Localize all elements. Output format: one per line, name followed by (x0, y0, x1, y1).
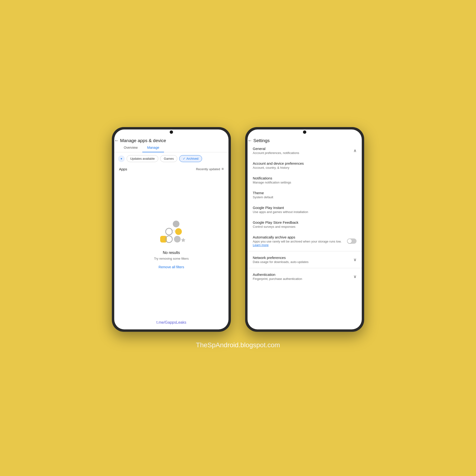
no-results-title: No results (163, 251, 180, 255)
svg-text:♡: ♡ (171, 229, 175, 235)
account-title: Account and device preferences (253, 161, 357, 165)
settings-item-notifications[interactable]: Notifications Manage notification settin… (248, 173, 362, 187)
general-title: General (253, 147, 357, 151)
right-phone-header: ← Settings (248, 138, 362, 143)
svg-point-0 (173, 221, 179, 227)
authentication-chevron: ∨ (354, 274, 357, 279)
archive-subtitle: Apps you use rarely will be archived whe… (253, 240, 343, 247)
play-instant-subtitle: Use apps and games without installation (253, 210, 357, 214)
notifications-subtitle: Manage notification settings (253, 181, 357, 184)
account-subtitle: Account, country, & history (253, 166, 357, 170)
theme-subtitle: System default (253, 195, 357, 199)
divider-1 (248, 251, 362, 251)
settings-item-general[interactable]: General Account preferences, notificatio… (248, 143, 362, 158)
general-subtitle: Account preferences, notifications (253, 151, 357, 155)
settings-title: Settings (253, 138, 270, 143)
apps-label: Apps (119, 167, 127, 171)
filters-row: ▾ Updates available Games ✓Archived (114, 152, 228, 165)
settings-item-play-instant[interactable]: Google Play Instant Use apps and games w… (248, 202, 362, 217)
left-phone: ← Manage apps & device Overview Manage ▾… (112, 127, 231, 332)
network-title: Network preferences (253, 255, 357, 260)
remove-filters-button[interactable]: Remove all filters (158, 265, 184, 269)
settings-list: General Account preferences, notificatio… (248, 143, 362, 329)
settings-item-theme[interactable]: Theme System default (248, 187, 362, 202)
network-chevron: ∨ (354, 257, 357, 262)
settings-item-feedback[interactable]: Google Play Store Feedback Control surve… (248, 217, 362, 232)
theme-title: Theme (253, 191, 357, 195)
back-button[interactable]: ← (114, 138, 119, 143)
right-phone: ← Settings General Account preferences, … (245, 127, 364, 332)
feedback-subtitle: Control surveys and responses (253, 225, 357, 228)
svg-point-3 (175, 228, 182, 235)
archive-title: Automatically archive apps (253, 235, 343, 239)
settings-item-network[interactable]: Network preferences Data usage for downl… (248, 252, 362, 267)
no-results-illustration: ♡ ☆ (156, 220, 187, 246)
no-results-area: ♡ ☆ No results Try removing some filters… (114, 173, 228, 316)
learn-more-link[interactable]: Learn more (253, 243, 269, 247)
archive-toggle[interactable] (347, 238, 357, 244)
sort-label: Recently updated (196, 167, 220, 171)
tabs-row: Overview Manage (114, 143, 228, 152)
tab-manage[interactable]: Manage (142, 143, 164, 152)
settings-item-authentication[interactable]: Authentication Fingerprint, purchase aut… (248, 269, 362, 284)
left-phone-header: ← Manage apps & device (114, 138, 228, 143)
phone-notch (170, 130, 173, 134)
sort-button[interactable]: Recently updated ≡ (196, 167, 224, 171)
phone-notch-right (303, 130, 306, 134)
network-subtitle: Data usage for downloads, auto-updates (253, 260, 357, 264)
authentication-subtitle: Fingerprint, purchase authentication (253, 277, 357, 281)
apps-header: Apps Recently updated ≡ (114, 165, 228, 173)
feedback-title: Google Play Store Feedback (253, 221, 357, 224)
filter-chip-games[interactable]: Games (160, 155, 177, 162)
tab-overview[interactable]: Overview (119, 143, 142, 152)
filter-dropdown-button[interactable]: ▾ (118, 155, 125, 162)
settings-back-button[interactable]: ← (248, 138, 252, 143)
page-title: Manage apps & device (120, 138, 166, 143)
svg-point-6 (174, 236, 181, 242)
play-instant-title: Google Play Instant (253, 206, 357, 210)
telegram-link[interactable]: t.me/GappsLeaks (114, 316, 228, 329)
notifications-title: Notifications (253, 176, 357, 180)
svg-text:☆: ☆ (181, 238, 185, 242)
authentication-title: Authentication (253, 272, 357, 276)
filter-chip-archived[interactable]: ✓Archived (179, 155, 202, 162)
website-label: TheSpAndroid.blogspot.com (196, 341, 280, 349)
no-results-subtitle: Try removing some filters (154, 257, 188, 260)
settings-item-account[interactable]: Account and device preferences Account, … (248, 158, 362, 173)
settings-item-archive[interactable]: Automatically archive apps Apps you use … (248, 232, 362, 250)
divider-2 (248, 268, 362, 268)
sort-icon: ≡ (221, 167, 224, 171)
filter-chip-updates[interactable]: Updates available (127, 155, 158, 162)
general-chevron: ∧ (354, 148, 357, 153)
checkmark-icon: ✓ (183, 157, 186, 160)
